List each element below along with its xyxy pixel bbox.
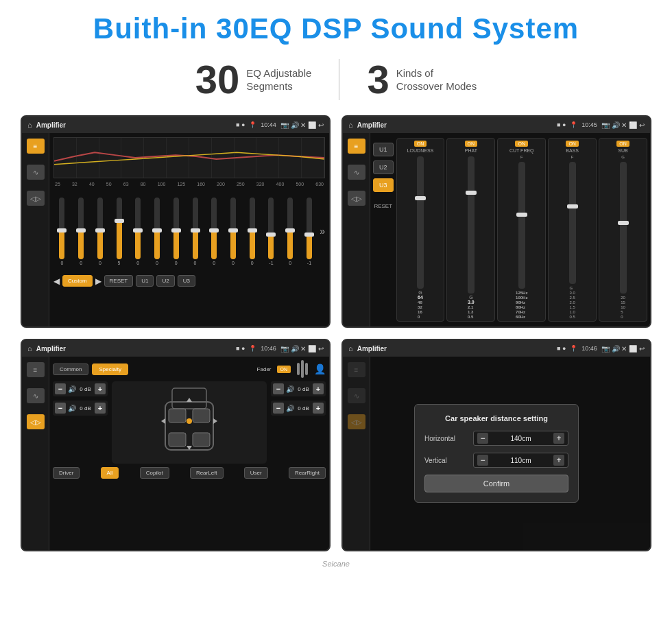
confirm-button[interactable]: Confirm (424, 475, 568, 492)
vol4-minus[interactable]: − (273, 403, 284, 414)
sub-handle (618, 221, 629, 225)
vol2-minus[interactable]: − (55, 403, 66, 414)
vol4-plus[interactable]: + (313, 403, 324, 414)
bass-on: ON (566, 141, 579, 147)
screen2-main: U1 U2 U3 RESET ON LOUDNESS (370, 133, 650, 326)
u1-btn[interactable]: U1 (136, 275, 154, 287)
bass-panel: ON BASS F G3.02.52.01.51.00.5 (548, 138, 597, 322)
horizontal-minus[interactable]: − (477, 433, 488, 444)
svg-rect-4 (169, 433, 186, 446)
user-btn[interactable]: User (244, 467, 268, 479)
wave-sidebar-icon[interactable]: ∿ (27, 165, 45, 180)
vol3-label: 0 dB (296, 386, 311, 392)
reset-crossover-btn[interactable]: RESET (373, 203, 394, 209)
phat-label: PHAT (465, 148, 477, 153)
location-icon4: 📍 (570, 345, 577, 352)
eq-bottom-bar: ◀ Custom ▶ RESET U1 U2 U3 (53, 275, 325, 287)
eq-icon-s3[interactable]: ≡ (27, 362, 45, 377)
vol-icon-s2[interactable]: ◁▷ (348, 191, 365, 206)
eq-slider-5: 0 (130, 198, 147, 265)
bass-handle (567, 204, 578, 208)
screen2-status-icons: 📷 🔊 ✕ ⬜ ↩ (601, 121, 645, 129)
reset-btn[interactable]: RESET (104, 275, 134, 287)
vol-icon-s3[interactable]: ◁▷ (27, 414, 45, 429)
screen2-body: ≡ ∿ ◁▷ U1 U2 U3 RESET ON L (343, 133, 650, 326)
screen4-topbar: ⌂ Amplifier ■ ● 📍 10:46 📷 🔊 ✕ ⬜ ↩ (343, 340, 650, 357)
horizontal-plus[interactable]: + (553, 433, 564, 444)
vol4-label: 0 dB (296, 405, 311, 412)
vertical-plus[interactable]: + (553, 455, 564, 466)
loudness-handle (415, 196, 426, 200)
balance-area: − 🔊 0 dB + − 🔊 0 dB + (53, 381, 326, 464)
dialog-title: Car speaker distance setting (424, 414, 568, 422)
eq-slider-1: 0 (53, 198, 71, 265)
driver-btn[interactable]: Driver (53, 467, 80, 479)
phat-values: 3.02.11.30.5 (468, 300, 475, 319)
bass-slider[interactable] (569, 162, 576, 284)
loudness-label: LOUDNESS (407, 148, 434, 153)
eq-slider-9: 0 (206, 198, 223, 265)
person-icon: 👤 (314, 363, 326, 374)
u2-crossover-btn[interactable]: U2 (373, 160, 394, 174)
scroll-arrow[interactable]: » (320, 226, 325, 237)
copilot-btn[interactable]: Copilot (140, 467, 169, 479)
common-mode-btn[interactable]: Common (53, 363, 88, 375)
crossover-panels-row: ON LOUDNESS G 644832160 ON PHAT (396, 136, 647, 324)
vol-row-3: − 🔊 0 dB + (271, 381, 326, 396)
speaker-icon-1: 🔊 (68, 385, 76, 393)
phat-g-label: G (469, 295, 472, 300)
screens-grid: ⌂ Amplifier ■ ● 📍 10:44 📷 🔊 ✕ ⬜ ↩ ≡ ∿ ◁▷ (0, 110, 672, 558)
bass-label: BASS (566, 148, 579, 153)
vol3-minus[interactable]: − (273, 383, 284, 394)
all-btn[interactable]: All (101, 467, 119, 479)
vol1-minus[interactable]: − (55, 383, 66, 394)
custom-btn[interactable]: Custom (62, 275, 93, 287)
wave-icon-s2[interactable]: ∿ (348, 165, 365, 180)
rearleft-btn[interactable]: RearLeft (190, 467, 224, 479)
screen3-icons: ■ ● (236, 345, 245, 352)
svg-rect-5 (193, 433, 210, 446)
screen1-topbar: ⌂ Amplifier ■ ● 📍 10:44 📷 🔊 ✕ ⬜ ↩ (22, 117, 329, 133)
eq-slider-2: 0 (73, 198, 90, 265)
bass-flabel: F (571, 155, 574, 159)
eq-slider-7: 0 (167, 198, 184, 265)
wave-icon-s3[interactable]: ∿ (27, 388, 45, 403)
crossover-label: Kinds ofCrossover Modes (396, 67, 477, 93)
u3-btn[interactable]: U3 (178, 275, 195, 287)
u-buttons-col: U1 U2 U3 RESET (373, 136, 394, 324)
vol2-plus[interactable]: + (95, 403, 106, 414)
eq-sidebar-icon[interactable]: ≡ (27, 139, 45, 154)
eq-icon-s2[interactable]: ≡ (348, 139, 365, 154)
speaker-icon-2: 🔊 (68, 405, 76, 412)
eq-number: 30 (195, 60, 240, 99)
home-icon4: ⌂ (348, 344, 353, 353)
specialty-mode-btn[interactable]: Specialty (92, 363, 128, 375)
loudness-slider[interactable] (417, 156, 424, 289)
rearright-btn[interactable]: RearRight (289, 467, 326, 479)
location-icon3: 📍 (249, 345, 256, 352)
horizontal-row: Horizontal − 140cm + (424, 431, 568, 446)
crossover-stat: 3 Kinds ofCrossover Modes (339, 60, 504, 99)
phat-slider[interactable] (468, 156, 475, 294)
cutfreq-slider[interactable] (518, 162, 525, 289)
cutfreq-panel: ON CUT FREQ F 125Hz100Hz90Hz80Hz70Hz60Hz (497, 138, 546, 322)
screen2-crossover: ⌂ Amplifier ■ ● 📍 10:45 📷 🔊 ✕ ⬜ ↩ ≡ ∿ ◁▷… (341, 115, 651, 328)
home-icon2: ⌂ (348, 121, 353, 129)
fader-label: Fader (257, 366, 272, 372)
sub-slider[interactable] (620, 162, 627, 294)
vertical-input: − 110cm + (473, 453, 568, 468)
screen4-body: ≡ ∿ ◁▷ Car speaker distance setting Hori… (343, 357, 650, 550)
location-icon: 📍 (249, 121, 256, 128)
u2-btn[interactable]: U2 (156, 275, 174, 287)
eq-slider-6: 0 (149, 198, 166, 265)
next-arrow[interactable]: ▶ (95, 276, 101, 286)
u3-crossover-btn[interactable]: U3 (373, 178, 394, 192)
vol3-plus[interactable]: + (313, 383, 324, 394)
svg-marker-7 (187, 398, 192, 402)
vol1-plus[interactable]: + (95, 383, 106, 394)
horizontal-input: − 140cm + (473, 431, 568, 446)
prev-arrow[interactable]: ◀ (53, 276, 60, 286)
u1-crossover-btn[interactable]: U1 (373, 143, 394, 156)
vertical-minus[interactable]: − (477, 455, 488, 466)
vol-sidebar-icon[interactable]: ◁▷ (27, 191, 45, 206)
